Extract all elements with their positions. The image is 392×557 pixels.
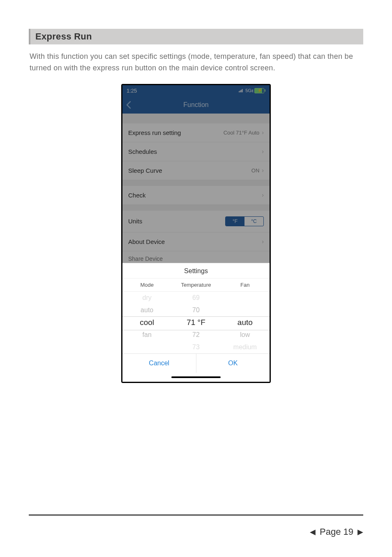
- row-check[interactable]: Check ›: [122, 186, 270, 205]
- picker-header: Mode Temperature Fan: [122, 278, 270, 292]
- picker-option: medium: [221, 341, 270, 353]
- svg-rect-1: [240, 91, 241, 92]
- picker-option: low: [221, 329, 270, 341]
- row-sleep-curve[interactable]: Sleep Curve ON›: [122, 161, 270, 180]
- picker-header-fan: Fan: [221, 278, 270, 291]
- picker-temperature[interactable]: 69 70 71 °F 72 73: [171, 292, 220, 353]
- next-page-icon[interactable]: ▶: [357, 527, 363, 536]
- picker-option: [122, 341, 171, 353]
- picker-option: [221, 304, 270, 316]
- picker-option: 72: [171, 329, 220, 341]
- row-label: Schedules: [128, 148, 157, 155]
- network-label: 5Gᴇ: [245, 88, 254, 93]
- picker-fan[interactable]: auto low medium: [221, 292, 270, 353]
- chevron-right-icon: ›: [262, 148, 264, 155]
- section-description: With this function you can set specific …: [30, 51, 362, 74]
- row-label: Sleep Curve: [128, 167, 162, 174]
- row-label: Units: [128, 218, 142, 225]
- battery-icon: ⚡: [254, 88, 265, 93]
- phone-mockup: 1:25 5Gᴇ ⚡ Function: [121, 84, 271, 383]
- prev-page-icon[interactable]: ◀: [310, 527, 316, 536]
- units-f[interactable]: °F: [226, 217, 244, 226]
- picker-option: fan: [122, 329, 171, 341]
- row-label: Check: [128, 192, 146, 199]
- row-express-run-setting[interactable]: Express run setting Cool 71°F Auto›: [122, 123, 270, 142]
- ok-button[interactable]: OK: [196, 354, 270, 373]
- back-button[interactable]: [126, 96, 131, 114]
- home-indicator: [122, 373, 270, 382]
- chevron-right-icon: ›: [262, 238, 264, 245]
- units-c[interactable]: °C: [244, 217, 263, 226]
- picker-option: 69: [171, 292, 220, 304]
- chevron-right-icon: ›: [262, 167, 264, 174]
- row-schedules[interactable]: Schedules ›: [122, 142, 270, 161]
- row-units: Units °F °C: [122, 211, 270, 232]
- svg-rect-3: [242, 89, 243, 93]
- row-label: About Device: [128, 238, 165, 245]
- row-label: Express run setting: [128, 129, 181, 136]
- footer-rule: [29, 514, 363, 516]
- page-footer: ◀ Page 19 ▶: [310, 527, 363, 537]
- picker-option: 70: [171, 304, 220, 316]
- picker-option-selected: 71 °F: [171, 316, 220, 329]
- picker-option-selected: cool: [122, 316, 171, 329]
- picker-header-temperature: Temperature: [171, 278, 220, 291]
- nav-title: Function: [183, 101, 208, 109]
- row-about-device[interactable]: About Device ›: [122, 232, 270, 251]
- section-header: Express Run: [29, 29, 363, 44]
- picker-header-mode: Mode: [122, 278, 171, 291]
- status-bar: 1:25 5Gᴇ ⚡: [122, 85, 270, 96]
- settings-sheet: Settings Mode Temperature Fan dry auto c…: [122, 263, 270, 382]
- chevron-left-icon: [126, 101, 131, 109]
- svg-rect-2: [241, 90, 242, 93]
- row-value: ON: [251, 167, 260, 174]
- row-share-device[interactable]: Share Device: [122, 251, 270, 263]
- row-value: Cool 71°F Auto: [224, 130, 260, 136]
- picker-option: 73: [171, 341, 220, 353]
- picker-option: [221, 292, 270, 304]
- picker-option: auto: [122, 304, 171, 316]
- chevron-right-icon: ›: [262, 192, 264, 198]
- nav-bar: Function: [122, 96, 270, 114]
- signal-icon: [239, 88, 244, 93]
- picker-option: dry: [122, 292, 171, 304]
- svg-rect-0: [239, 91, 240, 93]
- sheet-title: Settings: [122, 263, 270, 278]
- units-toggle[interactable]: °F °C: [225, 216, 264, 226]
- cancel-button[interactable]: Cancel: [122, 354, 196, 373]
- chevron-right-icon: ›: [262, 129, 264, 136]
- status-time: 1:25: [127, 88, 137, 94]
- picker-option-selected: auto: [221, 316, 270, 329]
- picker-mode[interactable]: dry auto cool fan: [122, 292, 171, 353]
- page-number: Page 19: [320, 527, 353, 537]
